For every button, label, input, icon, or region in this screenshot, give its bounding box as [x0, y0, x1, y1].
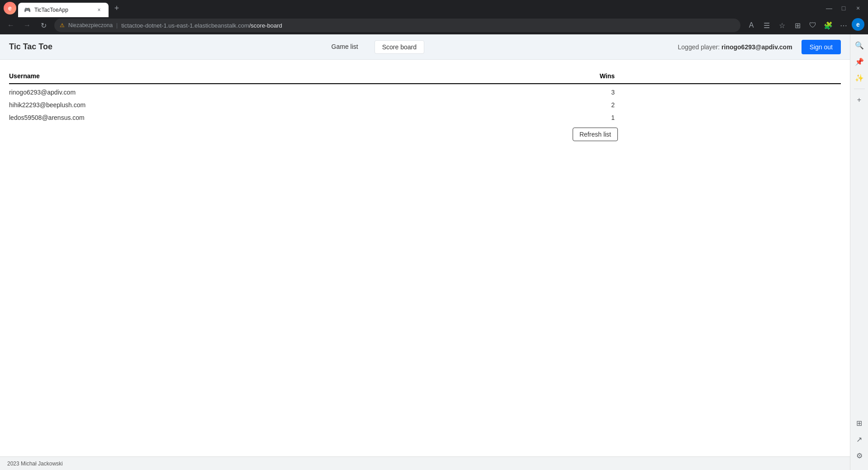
username-column-header: Username [9, 72, 40, 80]
table-row: ledos59508@arensus.com 1 [9, 111, 841, 124]
table-row: hihik22293@beeplush.com 2 [9, 99, 841, 111]
tab-favicon: 🎮 [24, 6, 31, 14]
app-title: Tic Tac Toe [9, 42, 52, 52]
sidebar-add-button[interactable]: + [852, 93, 867, 107]
tab-close-icon[interactable]: × [95, 6, 103, 14]
table-header: Username Wins [9, 69, 841, 84]
sidebar-search-button[interactable]: 🔍 [852, 38, 867, 52]
nav-actions: A ☰ ☆ ⊞ 🛡 🧩 ⋯ e [744, 18, 864, 33]
security-label: Niezabezpieczona [68, 22, 113, 28]
wins-column-header: Wins [600, 72, 615, 80]
app-wrapper: Tic Tac Toe Game list Score board Logged… [0, 34, 850, 456]
url-path: /score-board [249, 22, 282, 29]
close-button[interactable]: × [852, 2, 864, 14]
nav-bar: ← → ↻ ⚠ Niezabezpieczona | tictactoe-dot… [0, 16, 868, 34]
tab-bar: e 🎮 TicTacToeApp × + — □ × [0, 0, 868, 16]
username-cell: ledos59508@arensus.com [9, 114, 85, 121]
sign-out-button[interactable]: Sign out [802, 40, 841, 54]
window-controls: — □ × [823, 2, 864, 14]
main-content: Username Wins rinogo6293@apdiv.com 3 hih… [0, 60, 850, 456]
nav-score-board[interactable]: Score board [375, 40, 424, 54]
browser-chrome: e 🎮 TicTacToeApp × + — □ × ← → ↻ ⚠ Nieza… [0, 0, 868, 34]
back-button[interactable]: ← [4, 18, 18, 33]
more-button[interactable]: ⋯ [836, 18, 851, 33]
profile-icon[interactable]: e [4, 2, 16, 14]
active-tab[interactable]: 🎮 TicTacToeApp × [18, 3, 109, 17]
wins-cell: 3 [611, 89, 615, 96]
new-tab-button[interactable]: + [110, 2, 123, 14]
tab-groups-button[interactable]: ⊞ [790, 18, 805, 33]
sidebar-external-button[interactable]: ↗ [852, 432, 867, 446]
sidebar-copilot-button[interactable]: ✨ [852, 71, 867, 85]
wins-cell: 2 [611, 101, 615, 109]
edge-copilot-button[interactable]: e [852, 18, 864, 31]
reader-button[interactable]: ☰ [759, 18, 774, 33]
refresh-button[interactable]: ↻ [36, 18, 51, 33]
table-row: rinogo6293@apdiv.com 3 [9, 86, 841, 99]
address-separator: | [116, 22, 118, 28]
logged-player-label: Logged player: [678, 43, 720, 51]
maximize-button[interactable]: □ [837, 2, 850, 14]
forward-button[interactable]: → [20, 18, 34, 33]
address-bar[interactable]: ⚠ Niezabezpieczona | tictactoe-dotnet-1.… [54, 19, 740, 32]
tab-title: TicTacToeApp [34, 7, 91, 13]
sidebar-expand-button[interactable]: ⊞ [852, 416, 867, 430]
extensions-button[interactable]: 🧩 [821, 18, 835, 33]
username-cell: rinogo6293@apdiv.com [9, 89, 76, 96]
sidebar-divider [854, 89, 865, 89]
address-url: tictactoe-dotnet-1.us-east-1.elasticbean… [121, 22, 735, 29]
logged-player-name: rinogo6293@apdiv.com [721, 43, 792, 51]
minimize-button[interactable]: — [823, 2, 835, 14]
sidebar-settings-button[interactable]: ⚙ [852, 448, 867, 456]
scoreboard-table: Username Wins rinogo6293@apdiv.com 3 hih… [9, 69, 841, 141]
refresh-area: Refresh list [9, 128, 618, 141]
wins-cell: 1 [611, 114, 615, 121]
nav-game-list[interactable]: Game list [324, 40, 365, 54]
logged-player-info: Logged player: rinogo6293@apdiv.com [678, 43, 792, 51]
app-navbar: Tic Tac Toe Game list Score board Logged… [0, 34, 850, 60]
username-cell: hihik22293@beeplush.com [9, 101, 85, 109]
sidebar-bottom: ⊞ ↗ ⚙ [852, 416, 867, 456]
security-icon: ⚠ [60, 22, 65, 28]
browser-sidebar: 🔍 📌 ✨ + ⊞ ↗ ⚙ [850, 34, 868, 456]
refresh-list-button[interactable]: Refresh list [573, 128, 618, 141]
sidebar-collections-button[interactable]: 📌 [852, 54, 867, 69]
favorites-button[interactable]: ☆ [775, 18, 789, 33]
nav-links: Game list Score board [71, 40, 678, 54]
browser-essentials-button[interactable]: 🛡 [806, 18, 820, 33]
url-prefix: tictactoe-dotnet-1.us-east-1.elasticbean… [121, 22, 249, 29]
translate-button[interactable]: A [744, 18, 759, 33]
